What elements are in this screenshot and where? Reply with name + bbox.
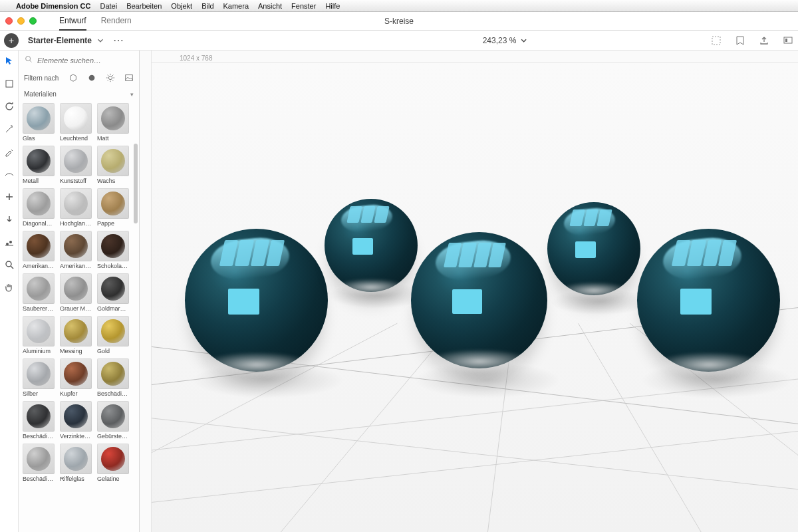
maximize-window-button[interactable]: [29, 17, 37, 25]
material-item[interactable]: Glas: [23, 103, 55, 142]
material-label: Gebürstet…: [97, 433, 129, 440]
material-preview-icon: [101, 106, 125, 130]
filter-models-icon[interactable]: [68, 73, 78, 82]
material-item[interactable]: Goldmar…: [97, 273, 129, 312]
material-preview-icon: [101, 149, 125, 173]
material-label: Amerikan…: [23, 263, 55, 269]
material-item[interactable]: Riffelglas: [60, 444, 92, 482]
svg-point-5: [9, 241, 12, 243]
material-item[interactable]: Grauer M…: [60, 273, 92, 312]
menu-datei[interactable]: Datei: [100, 2, 117, 10]
minimize-window-button[interactable]: [17, 17, 25, 25]
share-button[interactable]: [758, 35, 770, 47]
horizon-tool[interactable]: [3, 168, 16, 181]
section-materials-header[interactable]: Materialien ▾: [19, 88, 139, 100]
context-bar: + Starter-Elemente ⋯ 243,23 %: [0, 31, 798, 51]
material-label: Beschädig…: [23, 433, 55, 440]
material-item[interactable]: Gebürstet…: [97, 401, 129, 440]
render-preview-button[interactable]: [782, 35, 794, 47]
material-item[interactable]: Leuchtend: [60, 103, 92, 142]
menu-fenster[interactable]: Fenster: [291, 2, 316, 10]
material-item[interactable]: Wachs: [97, 146, 129, 184]
ruler-horizontal: [140, 51, 798, 63]
material-preview-icon: [101, 192, 125, 215]
material-label: Beschädig…: [23, 475, 55, 482]
zoom-tool[interactable]: [3, 258, 16, 271]
svg-point-8: [89, 75, 95, 81]
chevron-down-icon: [519, 36, 528, 45]
sphere-object[interactable]: [411, 232, 547, 368]
material-item[interactable]: Matt: [97, 103, 129, 142]
zoom-dropdown[interactable]: 243,23 %: [270, 36, 529, 45]
material-label: Gelatine: [97, 475, 129, 482]
svg-rect-10: [126, 75, 133, 81]
material-item[interactable]: Kunststoff: [60, 146, 92, 184]
align-tool[interactable]: [3, 235, 16, 249]
menu-bild[interactable]: Bild: [201, 2, 213, 10]
sphere-object[interactable]: [325, 199, 418, 292]
material-label: Kunststoff: [60, 178, 92, 184]
material-label: Messing: [60, 348, 92, 354]
filter-lights-icon[interactable]: [106, 73, 115, 82]
material-item[interactable]: Beschädig…: [23, 444, 55, 482]
svg-line-13: [281, 323, 455, 532]
search-input[interactable]: [37, 57, 134, 65]
material-item[interactable]: Silber: [23, 358, 55, 397]
material-item[interactable]: Gelatine: [97, 444, 129, 482]
material-item[interactable]: Pappe: [97, 188, 129, 227]
viewport[interactable]: [152, 63, 798, 532]
material-label: Leuchtend: [60, 135, 92, 142]
move-down-tool[interactable]: [3, 213, 16, 226]
material-item[interactable]: Beschädig…: [23, 401, 55, 440]
menu-objekt[interactable]: Objekt: [171, 2, 192, 10]
sphere-object[interactable]: [547, 202, 640, 295]
tab-render[interactable]: Rendern: [101, 12, 132, 31]
material-item[interactable]: Kupfer: [60, 358, 92, 397]
filter-label: Filtern nach: [24, 74, 59, 82]
material-item[interactable]: Amerikan…: [23, 231, 55, 269]
orbit-tool[interactable]: [3, 100, 16, 113]
macos-menubar: Adobe Dimension CC Datei Bearbeiten Obje…: [0, 0, 798, 12]
assets-panel-dropdown[interactable]: Starter-Elemente: [28, 36, 105, 45]
material-item[interactable]: Diagonalp…: [23, 188, 55, 227]
canvas[interactable]: 1024 x 768: [140, 51, 798, 532]
view-bounds-toggle[interactable]: [710, 35, 722, 47]
camera-bookmark-button[interactable]: [734, 35, 746, 47]
window-controls: [5, 17, 37, 25]
menu-kamera[interactable]: Kamera: [223, 2, 249, 10]
material-item[interactable]: Aluminium: [23, 316, 55, 354]
panel-options-button[interactable]: ⋯: [105, 34, 133, 47]
material-item[interactable]: Gold: [97, 316, 129, 354]
app-name[interactable]: Adobe Dimension CC: [16, 2, 90, 10]
material-label: Gold: [97, 348, 129, 354]
sampler-tool[interactable]: [3, 145, 16, 158]
add-tool[interactable]: [3, 190, 16, 203]
close-window-button[interactable]: [5, 17, 13, 25]
sphere-object[interactable]: [185, 229, 328, 372]
canvas-dimensions-label: 1024 x 768: [180, 55, 213, 62]
material-item[interactable]: Verzinkte…: [60, 401, 92, 440]
material-item[interactable]: Messing: [60, 316, 92, 354]
magic-wand-tool[interactable]: [3, 122, 16, 136]
material-item[interactable]: Sauberer …: [23, 273, 55, 312]
panel-scrollbar[interactable]: [134, 144, 138, 223]
filter-images-icon[interactable]: [124, 73, 134, 82]
material-item[interactable]: Schokola…: [97, 231, 129, 269]
material-item[interactable]: Amerikan…: [60, 231, 92, 269]
menu-ansicht[interactable]: Ansicht: [258, 2, 282, 10]
material-item[interactable]: Hochglan…: [60, 188, 92, 227]
material-item[interactable]: Metall: [23, 146, 55, 184]
material-item[interactable]: Beschädig…: [97, 358, 129, 397]
sphere-object[interactable]: [637, 229, 780, 372]
select-tool[interactable]: [3, 55, 16, 68]
svg-rect-1: [784, 37, 792, 43]
filter-materials-icon[interactable]: [87, 73, 96, 82]
pan-tool[interactable]: [3, 281, 16, 294]
menu-bearbeiten[interactable]: Bearbeiten: [126, 2, 162, 10]
select-box-tool[interactable]: [3, 77, 16, 90]
menu-hilfe[interactable]: Hilfe: [325, 2, 340, 10]
svg-point-6: [6, 261, 11, 267]
add-asset-button[interactable]: +: [4, 33, 19, 48]
tab-design[interactable]: Entwurf: [59, 12, 86, 31]
zoom-value: 243,23 %: [483, 36, 517, 45]
